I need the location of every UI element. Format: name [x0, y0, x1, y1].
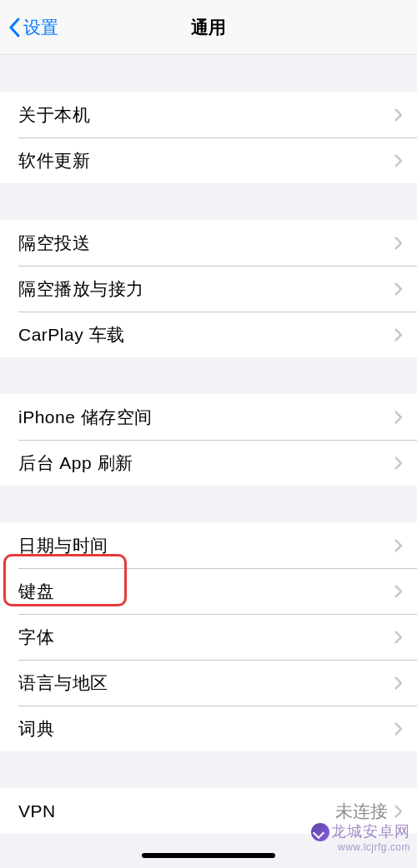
row-label: 隔空播放与接力 [18, 277, 144, 301]
row-label: 词典 [18, 717, 54, 741]
chevron-right-icon [394, 154, 402, 167]
chevron-right-icon [394, 539, 402, 552]
list-group-datetime: 日期与时间 键盘 字体 语言与地区 词典 [0, 522, 417, 751]
chevron-right-icon [394, 411, 402, 424]
chevron-right-icon [394, 805, 402, 818]
row-label: 关于本机 [18, 103, 90, 127]
section-spacer [0, 357, 417, 394]
row-label: 日期与时间 [18, 534, 108, 557]
section-spacer [0, 55, 417, 92]
home-indicator[interactable] [142, 853, 275, 858]
row-airplay-handoff[interactable]: 隔空播放与接力 [0, 266, 417, 312]
chevron-right-icon [394, 237, 402, 250]
chevron-right-icon [394, 282, 402, 296]
chevron-right-icon [394, 456, 402, 470]
row-detail: 未连接 [335, 800, 388, 823]
list-group-vpn: VPN 未连接 [0, 788, 417, 834]
row-vpn[interactable]: VPN 未连接 [0, 788, 417, 834]
chevron-right-icon [394, 631, 402, 644]
row-date-time[interactable]: 日期与时间 [0, 522, 417, 568]
row-language-region[interactable]: 语言与地区 [0, 660, 417, 706]
page-title: 通用 [191, 16, 226, 39]
back-label: 设置 [23, 16, 58, 39]
row-keyboard[interactable]: 键盘 [0, 568, 417, 614]
row-label: VPN [18, 801, 56, 821]
list-group-airdrop: 隔空投送 隔空播放与接力 CarPlay 车载 [0, 220, 417, 357]
row-carplay[interactable]: CarPlay 车载 [0, 312, 417, 357]
chevron-right-icon [394, 676, 402, 690]
watermark-url: www.lcjrfg.com [311, 841, 410, 853]
row-label: 语言与地区 [18, 671, 108, 695]
row-label: 字体 [18, 626, 54, 649]
chevron-right-icon [394, 328, 402, 342]
row-label: 后台 App 刷新 [18, 451, 133, 475]
row-software-update[interactable]: 软件更新 [0, 137, 417, 183]
chevron-right-icon [394, 108, 402, 122]
row-label: 键盘 [18, 580, 54, 603]
list-group-about: 关于本机 软件更新 [0, 92, 417, 183]
section-spacer [0, 751, 417, 788]
row-label: CarPlay 车载 [18, 323, 125, 347]
row-label: 隔空投送 [18, 232, 90, 255]
row-label: iPhone 储存空间 [18, 406, 153, 429]
row-dictionary[interactable]: 词典 [0, 706, 417, 751]
navbar: 设置 通用 [0, 0, 417, 55]
row-airdrop[interactable]: 隔空投送 [0, 220, 417, 266]
row-label: 软件更新 [18, 149, 90, 172]
chevron-left-icon [8, 17, 20, 37]
chevron-right-icon [394, 722, 402, 736]
section-spacer [0, 183, 417, 220]
row-fonts[interactable]: 字体 [0, 614, 417, 660]
chevron-right-icon [394, 585, 402, 598]
section-spacer [0, 486, 417, 522]
back-button[interactable]: 设置 [0, 16, 58, 39]
list-group-storage: iPhone 储存空间 后台 App 刷新 [0, 394, 417, 486]
row-about[interactable]: 关于本机 [0, 92, 417, 137]
row-background-refresh[interactable]: 后台 App 刷新 [0, 440, 417, 486]
row-iphone-storage[interactable]: iPhone 储存空间 [0, 394, 417, 440]
